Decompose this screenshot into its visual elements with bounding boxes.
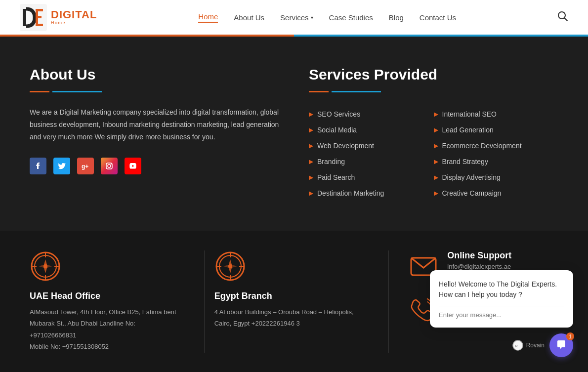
svg-rect-1 <box>23 9 26 26</box>
underline-blue <box>52 91 102 92</box>
list-item[interactable]: ▶Display Advertising <box>434 169 559 185</box>
services-left-list: ▶SEO Services ▶Social Media ▶Web Develop… <box>309 106 434 201</box>
about-title: About Us <box>30 66 279 83</box>
compass-uae-icon <box>30 250 61 282</box>
about-underline <box>30 91 279 92</box>
instagram-icon[interactable] <box>101 158 118 174</box>
list-item[interactable]: ▶International SEO <box>434 106 559 122</box>
bullet-icon: ▶ <box>309 158 313 165</box>
logo[interactable]: DIGITAL Home <box>20 4 97 31</box>
online-support-label: Online Support <box>447 250 511 261</box>
googleplus-icon[interactable]: g+ <box>77 158 94 174</box>
list-item[interactable]: ▶Ecommerce Development <box>434 138 559 154</box>
uae-office: UAE Head Office AlMasoud Tower, 4th Floo… <box>30 250 194 353</box>
list-item[interactable]: ▶Branding <box>309 154 434 169</box>
rovain-icon: R <box>512 340 523 351</box>
egypt-address: 4 Al obour Buildings – Orouba Road – Hel… <box>214 306 364 330</box>
bullet-icon: ▶ <box>309 126 313 133</box>
uae-mobile: Mobile No: +971551308052 <box>30 341 179 352</box>
main-section: About Us We are a Digital Marketing comp… <box>0 37 588 231</box>
search-button[interactable] <box>557 11 568 24</box>
chat-greeting: Hello! Welcome to The Digital Experts. H… <box>439 279 564 300</box>
list-item[interactable]: ▶Web Development <box>309 138 434 154</box>
twitter-icon[interactable] <box>53 158 70 174</box>
list-item[interactable]: ▶SEO Services <box>309 106 434 122</box>
rovain-branding[interactable]: R Rovain <box>512 340 545 351</box>
svg-point-11 <box>108 165 111 167</box>
services-underline-orange <box>309 91 329 92</box>
nav-services[interactable]: Services ▾ <box>280 13 313 22</box>
chat-input-area <box>439 306 564 319</box>
logo-main: DIGITAL <box>51 9 97 20</box>
services-title: Services Provided <box>309 66 558 83</box>
underline-orange <box>30 91 49 92</box>
chevron-down-icon: ▾ <box>311 15 313 20</box>
svg-point-21 <box>43 264 47 268</box>
online-support-value: info@digitalexperts.ae <box>447 263 511 270</box>
bullet-icon: ▶ <box>309 142 313 149</box>
bullet-icon: ▶ <box>434 126 438 133</box>
nav-contact[interactable]: Contact Us <box>420 13 456 22</box>
facebook-icon[interactable] <box>30 158 46 174</box>
chat-bubble: Hello! Welcome to The Digital Experts. H… <box>430 270 573 328</box>
bullet-icon: ▶ <box>434 174 438 181</box>
svg-rect-6 <box>36 9 38 26</box>
bullet-icon: ▶ <box>309 190 313 197</box>
list-item[interactable]: ▶Brand Strategy <box>434 154 559 169</box>
footer-divider-1 <box>204 250 205 353</box>
header: DIGITAL Home Home About Us Services ▾ Ca… <box>0 0 588 35</box>
svg-point-30 <box>228 264 232 268</box>
nav-about[interactable]: About Us <box>234 13 264 22</box>
services-underline <box>309 91 558 92</box>
svg-point-12 <box>111 164 112 165</box>
uae-address: AlMasoud Tower, 4th Floor, Office B25, F… <box>30 306 179 341</box>
logo-tagline: Home <box>51 20 97 25</box>
about-column: About Us We are a Digital Marketing comp… <box>30 66 279 201</box>
uae-title: UAE Head Office <box>30 291 179 301</box>
egypt-office: Egypt Branch 4 Al obour Buildings – Orou… <box>214 250 379 330</box>
chat-badge: 1 <box>566 332 574 340</box>
bullet-icon: ▶ <box>434 111 438 118</box>
social-icons: g+ <box>30 158 279 174</box>
nav-blog[interactable]: Blog <box>389 13 404 22</box>
logo-text: DIGITAL Home <box>51 9 97 25</box>
compass-egypt-icon <box>214 250 246 282</box>
services-column: Services Provided ▶SEO Services ▶Social … <box>309 66 558 201</box>
chat-actions: R Rovain 1 <box>430 333 573 357</box>
list-item[interactable]: ▶Destination Marketing <box>309 185 434 201</box>
chat-icon <box>556 340 567 351</box>
main-nav: Home About Us Services ▾ Case Studies Bl… <box>198 12 456 23</box>
logo-name: DIGITAL <box>51 8 97 21</box>
services-grid: ▶SEO Services ▶Social Media ▶Web Develop… <box>309 106 558 201</box>
search-icon <box>557 11 568 22</box>
footer-divider-2 <box>388 250 389 353</box>
nav-home[interactable]: Home <box>198 12 218 23</box>
online-support-info: Online Support info@digitalexperts.ae <box>447 250 511 270</box>
about-body: We are a Digital Marketing company speci… <box>30 106 279 144</box>
youtube-icon[interactable] <box>125 158 141 174</box>
list-item[interactable]: ▶Paid Search <box>309 169 434 185</box>
svg-text:R: R <box>515 344 518 348</box>
list-item[interactable]: ▶Social Media <box>309 122 434 138</box>
egypt-title: Egypt Branch <box>214 291 364 301</box>
nav-case-studies[interactable]: Case Studies <box>329 13 373 22</box>
bullet-icon: ▶ <box>434 190 438 197</box>
svg-text:g+: g+ <box>82 163 88 170</box>
services-right-list: ▶International SEO ▶Lead Generation ▶Eco… <box>434 106 559 201</box>
list-item[interactable]: ▶Creative Campaign <box>434 185 559 201</box>
bullet-icon: ▶ <box>309 111 313 118</box>
list-item[interactable]: ▶Lead Generation <box>434 122 559 138</box>
bullet-icon: ▶ <box>434 142 438 149</box>
svg-point-32 <box>513 340 523 350</box>
chat-open-button[interactable]: 1 <box>549 333 573 357</box>
chat-input[interactable] <box>439 311 564 319</box>
svg-line-8 <box>565 18 568 21</box>
bullet-icon: ▶ <box>309 174 313 181</box>
logo-icon <box>20 4 47 31</box>
bullet-icon: ▶ <box>434 158 438 165</box>
chat-widget: Hello! Welcome to The Digital Experts. H… <box>430 270 573 357</box>
services-underline-blue <box>332 91 381 92</box>
